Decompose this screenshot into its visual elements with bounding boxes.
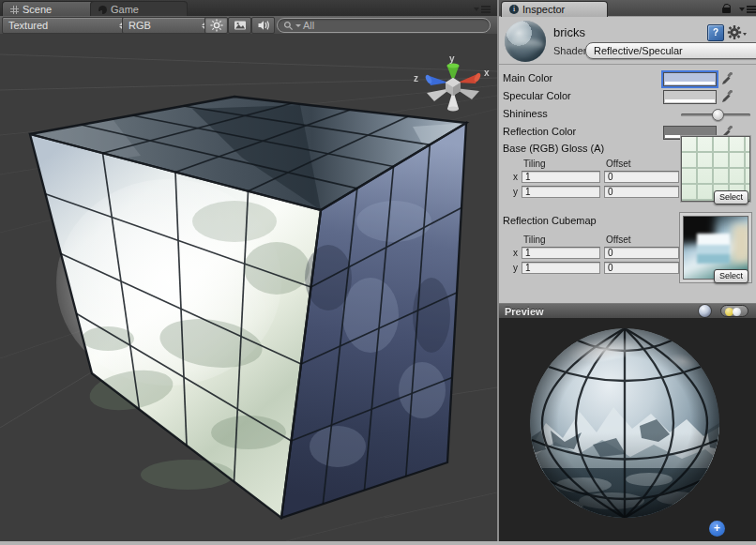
base-tiling-x-field[interactable] <box>522 171 600 183</box>
tab-inspector[interactable]: i Inspector <box>501 1 608 17</box>
color-mode-dropdown[interactable]: RGB <box>122 17 214 34</box>
color-mode-value: RGB <box>129 20 151 31</box>
slider-handle[interactable] <box>712 109 724 121</box>
specular-color-label: Specular Color <box>503 90 571 101</box>
cubemap-offset-y-field[interactable] <box>604 262 679 274</box>
scene-toolbar: Textured RGB <box>0 16 497 35</box>
search-filter-caret-icon <box>295 24 301 27</box>
preview-title: Preview <box>505 306 544 317</box>
add-button[interactable]: + <box>709 521 725 537</box>
alpha-strip <box>665 82 715 84</box>
tab-inspector-label: Inspector <box>522 4 565 15</box>
scene-search-field[interactable]: All <box>277 18 491 33</box>
base-offset-y-field[interactable] <box>604 186 679 198</box>
gizmo-y-label: y <box>449 53 455 64</box>
shader-dropdown-value: Reflective/Specular <box>594 45 683 56</box>
cubemap-select-button[interactable]: Select <box>714 269 748 283</box>
tab-scene-label: Scene <box>23 4 52 15</box>
specular-color-eyedropper-icon[interactable] <box>720 89 733 104</box>
scene-tabbar: Scene Game <box>0 0 497 17</box>
material-preview-area[interactable]: + <box>499 318 756 541</box>
audio-toggle-button[interactable] <box>251 17 275 34</box>
preview-sphere-render <box>499 318 756 541</box>
preview-lighting-button[interactable] <box>699 305 711 317</box>
main-color-swatch[interactable] <box>663 72 717 86</box>
lock-icon[interactable] <box>722 4 733 13</box>
draw-mode-dropdown[interactable]: Textured <box>2 17 131 34</box>
header-divider <box>499 64 756 65</box>
material-name: bricks <box>553 25 585 39</box>
white-sphere-icon <box>733 308 741 316</box>
scene-orientation-gizmo[interactable]: y x z <box>414 53 490 112</box>
search-icon <box>283 21 294 31</box>
lighting-toggle-button[interactable] <box>204 17 228 34</box>
cubemap-x-axis-label: x <box>513 248 518 258</box>
reflective-cube[interactable] <box>30 97 466 518</box>
base-x-axis-label: x <box>513 172 518 182</box>
reflection-color-label: Reflection Color <box>503 126 576 137</box>
gear-menu-button[interactable] <box>727 24 748 40</box>
material-preview-thumbnail[interactable] <box>505 21 546 62</box>
help-button[interactable]: ? <box>707 24 724 41</box>
cubemap-offset-header: Offset <box>606 235 631 245</box>
shader-label: Shader <box>553 45 586 56</box>
shininess-label: Shininess <box>503 108 548 119</box>
base-tiling-header: Tiling <box>523 159 546 169</box>
scene-grid-icon <box>10 6 19 14</box>
game-icon <box>98 6 107 14</box>
sun-icon <box>210 19 223 32</box>
speaker-icon <box>257 20 270 31</box>
cubemap-tiling-y-field[interactable] <box>522 262 600 274</box>
tab-game[interactable]: Game <box>90 1 188 17</box>
gizmo-z-label: z <box>414 73 418 83</box>
scene-panel: Scene Game Textured RGB <box>0 0 497 545</box>
main-color-eyedropper-icon[interactable] <box>720 71 733 86</box>
inspector-panel: i Inspector bricks Shader Reflective/Spe… <box>499 0 756 545</box>
scene-3d-render: y x z <box>0 34 497 541</box>
cubemap-tiling-x-field[interactable] <box>522 247 600 259</box>
draw-mode-value: Textured <box>8 20 48 31</box>
skybox-toggle-button[interactable] <box>228 17 251 34</box>
cubemap-y-axis-label: y <box>513 263 518 273</box>
alpha-strip <box>665 99 715 102</box>
cubemap-tiling-header: Tiling <box>523 235 546 245</box>
gear-icon <box>727 24 748 40</box>
cubemap-offset-x-field[interactable] <box>604 247 679 259</box>
gizmo-x-label: x <box>484 68 490 78</box>
tab-game-label: Game <box>111 4 139 15</box>
inspector-pane-menu-icon[interactable] <box>739 5 756 14</box>
preview-reflection-probes-button[interactable] <box>720 305 748 317</box>
shininess-slider[interactable] <box>681 108 750 122</box>
main-color-label: Main Color <box>503 72 552 83</box>
inspector-tabbar: i Inspector <box>499 0 756 17</box>
base-texture-label: Base (RGB) Gloss (A) <box>503 143 604 154</box>
reflection-cubemap-label: Reflection Cubemap <box>503 215 597 226</box>
specular-color-swatch[interactable] <box>663 90 717 104</box>
scene-viewport[interactable]: y x z <box>0 34 497 541</box>
image-icon <box>234 20 247 31</box>
base-offset-x-field[interactable] <box>604 171 679 183</box>
shader-dropdown[interactable]: Reflective/Specular <box>585 42 756 59</box>
base-y-axis-label: y <box>513 187 518 197</box>
window-bottom-edge <box>0 541 756 545</box>
search-filter-label: All <box>303 20 314 31</box>
tab-scene[interactable]: Scene <box>2 1 98 17</box>
base-texture-select-button[interactable]: Select <box>714 190 748 204</box>
base-offset-header: Offset <box>606 159 631 169</box>
info-icon: i <box>509 5 519 14</box>
scene-pane-menu-icon[interactable] <box>474 5 491 14</box>
base-tiling-y-field[interactable] <box>522 186 600 198</box>
